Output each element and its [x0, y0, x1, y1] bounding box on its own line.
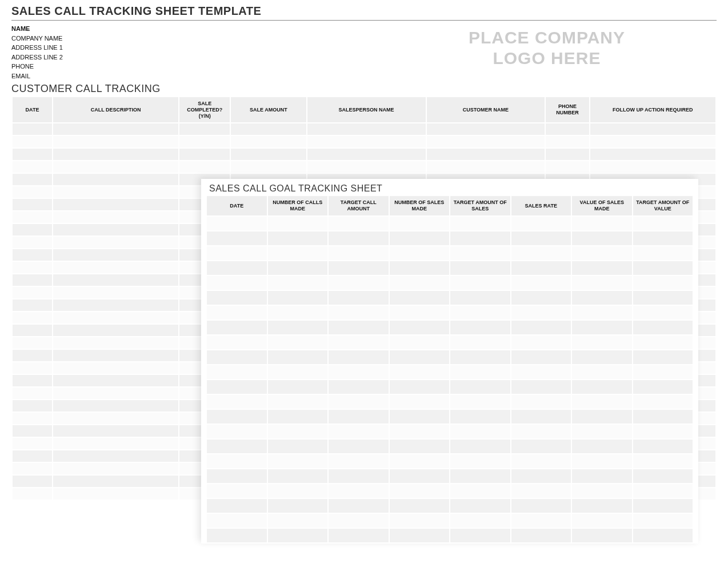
table-cell[interactable]: [329, 499, 389, 513]
table-cell[interactable]: [450, 380, 510, 394]
table-cell[interactable]: [511, 306, 571, 320]
table-cell[interactable]: [390, 469, 450, 483]
table-cell[interactable]: [13, 488, 52, 500]
table-cell[interactable]: [511, 217, 571, 230]
table-cell[interactable]: [511, 454, 571, 468]
table-cell[interactable]: [207, 425, 267, 438]
table-cell[interactable]: [231, 123, 306, 135]
table-cell[interactable]: [53, 350, 178, 361]
table-cell[interactable]: [511, 276, 571, 290]
table-cell[interactable]: [390, 410, 450, 424]
table-cell[interactable]: [511, 321, 571, 334]
table-cell[interactable]: [13, 463, 52, 474]
table-cell[interactable]: [53, 262, 178, 273]
table-cell[interactable]: [572, 514, 632, 528]
table-cell[interactable]: [329, 291, 389, 305]
table-cell[interactable]: [329, 321, 389, 334]
table-cell[interactable]: [268, 261, 328, 275]
table-cell[interactable]: [572, 231, 632, 245]
table-cell[interactable]: [207, 514, 267, 528]
table-cell[interactable]: [207, 365, 267, 379]
table-cell[interactable]: [633, 529, 693, 542]
table-cell[interactable]: [572, 380, 632, 394]
table-cell[interactable]: [511, 365, 571, 379]
table-cell[interactable]: [546, 161, 589, 173]
table-cell[interactable]: [390, 306, 450, 320]
table-cell[interactable]: [511, 499, 571, 513]
table-cell[interactable]: [390, 350, 450, 364]
table-cell[interactable]: [13, 362, 52, 374]
table-cell[interactable]: [329, 336, 389, 349]
table-cell[interactable]: [633, 380, 693, 394]
table-cell[interactable]: [511, 395, 571, 409]
table-cell[interactable]: [390, 246, 450, 260]
table-cell[interactable]: [511, 514, 571, 528]
table-cell[interactable]: [633, 440, 693, 453]
table-cell[interactable]: [268, 276, 328, 290]
table-cell[interactable]: [633, 395, 693, 409]
table-cell[interactable]: [390, 484, 450, 498]
table-cell[interactable]: [390, 454, 450, 468]
table-cell[interactable]: [13, 174, 52, 185]
table-cell[interactable]: [53, 186, 178, 198]
table-cell[interactable]: [329, 380, 389, 394]
table-cell[interactable]: [13, 388, 52, 399]
table-cell[interactable]: [633, 484, 693, 498]
table-cell[interactable]: [590, 149, 715, 160]
table-cell[interactable]: [13, 425, 52, 437]
table-cell[interactable]: [13, 224, 52, 235]
table-cell[interactable]: [511, 291, 571, 305]
table-cell[interactable]: [572, 469, 632, 483]
table-cell[interactable]: [13, 186, 52, 198]
table-cell[interactable]: [53, 287, 178, 298]
table-cell[interactable]: [207, 380, 267, 394]
table-cell[interactable]: [450, 291, 510, 305]
table-cell[interactable]: [53, 274, 178, 286]
table-cell[interactable]: [390, 217, 450, 230]
table-cell[interactable]: [53, 476, 178, 487]
table-cell[interactable]: [329, 306, 389, 320]
table-cell[interactable]: [546, 136, 589, 147]
table-cell[interactable]: [268, 514, 328, 528]
table-cell[interactable]: [13, 312, 52, 324]
table-cell[interactable]: [633, 410, 693, 424]
table-cell[interactable]: [572, 291, 632, 305]
table-cell[interactable]: [590, 161, 715, 173]
table-cell[interactable]: [633, 246, 693, 260]
table-cell[interactable]: [13, 375, 52, 386]
table-cell[interactable]: [268, 217, 328, 230]
table-cell[interactable]: [329, 484, 389, 498]
table-cell[interactable]: [633, 454, 693, 468]
table-cell[interactable]: [307, 149, 426, 160]
table-cell[interactable]: [450, 261, 510, 275]
table-cell[interactable]: [13, 161, 52, 173]
table-cell[interactable]: [633, 321, 693, 334]
table-cell[interactable]: [329, 440, 389, 453]
table-cell[interactable]: [268, 529, 328, 542]
table-cell[interactable]: [633, 499, 693, 513]
table-cell[interactable]: [390, 336, 450, 349]
table-cell[interactable]: [329, 350, 389, 364]
table-cell[interactable]: [450, 395, 510, 409]
table-cell[interactable]: [53, 136, 178, 147]
table-cell[interactable]: [450, 499, 510, 513]
table-cell[interactable]: [572, 410, 632, 424]
table-cell[interactable]: [633, 514, 693, 528]
table-cell[interactable]: [450, 469, 510, 483]
table-cell[interactable]: [53, 375, 178, 386]
table-cell[interactable]: [268, 440, 328, 453]
table-cell[interactable]: [572, 276, 632, 290]
table-cell[interactable]: [13, 262, 52, 273]
table-cell[interactable]: [53, 425, 178, 437]
table-cell[interactable]: [307, 136, 426, 147]
table-cell[interactable]: [13, 413, 52, 424]
table-cell[interactable]: [207, 454, 267, 468]
table-cell[interactable]: [511, 440, 571, 453]
table-cell[interactable]: [633, 276, 693, 290]
table-cell[interactable]: [13, 249, 52, 261]
table-cell[interactable]: [268, 425, 328, 438]
table-cell[interactable]: [207, 276, 267, 290]
table-cell[interactable]: [572, 440, 632, 453]
table-cell[interactable]: [179, 149, 230, 160]
table-cell[interactable]: [511, 261, 571, 275]
